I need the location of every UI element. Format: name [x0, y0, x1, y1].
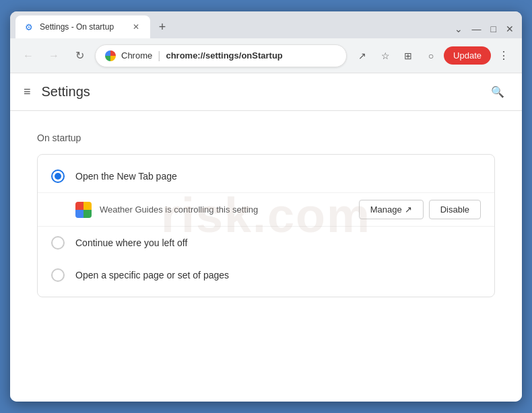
- option-specific-label: Open a specific page or set of pages: [75, 270, 229, 280]
- settings-header: ≡ Settings 🔍: [10, 73, 522, 111]
- disable-button[interactable]: Disable: [429, 200, 481, 219]
- chrome-menu-button[interactable]: ⋮: [494, 46, 514, 66]
- option-continue-label: Continue where you left off: [75, 237, 187, 248]
- radio-specific[interactable]: [51, 268, 65, 282]
- search-icon: 🔍: [491, 85, 504, 98]
- title-bar: ⚙ Settings - On startup ✕ + ⌄ — □ ✕: [10, 11, 522, 38]
- profile-button[interactable]: ○: [421, 46, 441, 66]
- section-title: On startup: [37, 133, 495, 143]
- share-button[interactable]: ↗: [352, 46, 372, 66]
- manage-label: Manage: [370, 204, 402, 215]
- settings-title: Settings: [42, 84, 90, 100]
- refresh-button[interactable]: ↻: [69, 46, 90, 66]
- nav-actions: ↗ ☆ ⊞ ○ Update ⋮: [352, 46, 514, 66]
- chrome-logo-icon: [105, 50, 116, 61]
- address-brand: Chrome: [121, 50, 152, 61]
- ext-icon-green: [84, 210, 92, 218]
- radio-new-tab-dot: [55, 173, 61, 180]
- disable-label: Disable: [440, 204, 469, 215]
- maximize-button[interactable]: □: [491, 24, 496, 34]
- radio-continue[interactable]: [51, 236, 65, 250]
- url-suffix: /onStartup: [239, 50, 283, 61]
- close-button[interactable]: ✕: [506, 24, 514, 34]
- settings-content: risk.com On startup Open the New Tab pag…: [10, 111, 522, 319]
- extension-label: Weather Guides is controlling this setti…: [100, 204, 351, 215]
- option-new-tab-label: Open the New Tab page: [75, 171, 177, 182]
- option-new-tab-row[interactable]: Open the New Tab page: [38, 160, 494, 192]
- active-tab[interactable]: ⚙ Settings - On startup ✕: [15, 15, 150, 38]
- hamburger-menu-icon[interactable]: ≡: [24, 85, 31, 99]
- url-prefix: chrome://: [166, 50, 205, 61]
- navigation-bar: ← → ↻ Chrome | chrome://settings/onStart…: [10, 38, 522, 73]
- address-bar[interactable]: Chrome | chrome://settings/onStartup: [95, 44, 347, 67]
- extension-row: Weather Guides is controlling this setti…: [38, 192, 494, 227]
- forward-button[interactable]: →: [44, 46, 64, 66]
- radio-new-tab[interactable]: [51, 170, 65, 183]
- ext-icon-blue: [75, 210, 84, 218]
- ext-icon-yellow: [84, 202, 92, 210]
- minimize-button[interactable]: —: [472, 24, 481, 34]
- update-button[interactable]: Update: [444, 46, 491, 65]
- bookmark-button[interactable]: ☆: [375, 46, 395, 66]
- tab-close-button[interactable]: ✕: [130, 21, 142, 33]
- option-specific-row[interactable]: Open a specific page or set of pages: [38, 259, 494, 291]
- back-button[interactable]: ←: [18, 46, 38, 66]
- window-controls: ⌄ — □ ✕: [455, 24, 517, 38]
- address-url: chrome://settings/onStartup: [166, 50, 282, 61]
- tab-title: Settings - On startup: [40, 22, 125, 32]
- option-continue-row[interactable]: Continue where you left off: [38, 227, 494, 259]
- ext-icon-red: [75, 202, 84, 210]
- startup-options-card: Open the New Tab page Weather Guides is …: [37, 154, 495, 297]
- settings-search-button[interactable]: 🔍: [487, 81, 508, 103]
- new-tab-button[interactable]: +: [153, 17, 172, 36]
- address-divider: |: [158, 50, 160, 62]
- extension-icon: [75, 202, 92, 218]
- manage-external-icon: ↗: [405, 204, 412, 215]
- manage-button[interactable]: Manage ↗: [359, 200, 424, 219]
- browser-window: ⚙ Settings - On startup ✕ + ⌄ — □ ✕ ← → …: [10, 11, 522, 402]
- update-label: Update: [453, 50, 481, 61]
- extensions-button[interactable]: ⊞: [398, 46, 418, 66]
- url-bold: settings: [205, 50, 239, 61]
- cascade-button[interactable]: ⌄: [455, 24, 463, 34]
- extension-actions: Manage ↗ Disable: [359, 200, 481, 219]
- settings-area: ≡ Settings 🔍 risk.com On startup Open th…: [10, 73, 522, 402]
- tab-favicon-icon: ⚙: [24, 22, 34, 32]
